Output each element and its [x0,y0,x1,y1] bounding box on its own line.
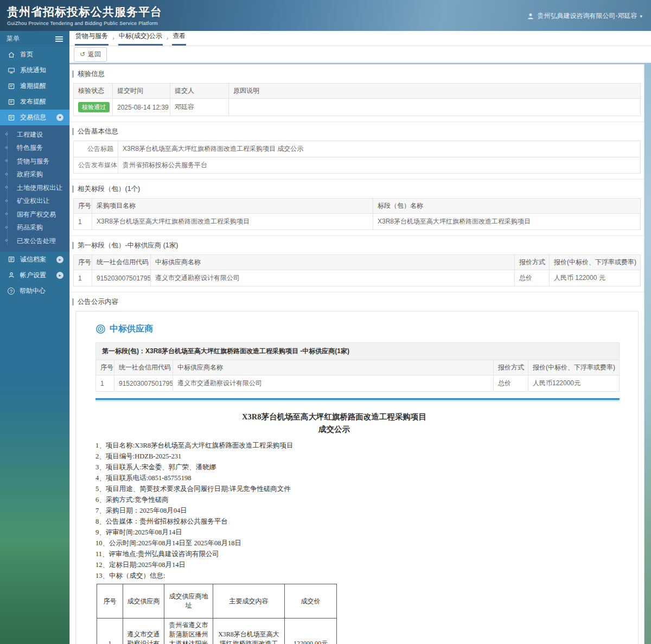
document-icon [8,114,15,122]
winning-supplier-heading: 中标供应商 [95,323,620,335]
doc-paragraph: 5、项目用途、简要技术要求及合同履行日期:详见竞争性磋商文件 [95,483,573,494]
cell-no: 1 [74,270,92,286]
sidebar-item-overdue-reminder[interactable]: 逾期提醒 [0,78,69,94]
diamond-bullet-icon [5,212,8,215]
menu-label: 菜单 [7,34,20,43]
section-title-bar [72,242,74,249]
sidebar-subitem-label: 工程建设 [17,130,43,139]
value-announcement-title: X3R8茅台机场至高大坪红旗桥路面改造工程采购项目 成交公示 [118,141,641,157]
sidebar-item-label: 诚信档案 [20,255,46,264]
column-header: 序号 [96,360,114,375]
column-header: 报价(中标价、下浮率或费率) [550,255,641,270]
section-title-text: 核验信息 [78,69,105,79]
package-bar: 第一标段(包)：X3R8茅台机场至高大坪红旗桥路面改造工程采购项目 -中标供应商… [95,342,620,360]
sidebar-subitem[interactable]: 土地使用权出让 [0,181,69,195]
status-badge: 核验通过 [78,102,110,112]
column-header: 主要成交内容 [213,584,285,619]
section-title: 第一标段（包）-中标供应商 (1家) [72,241,641,250]
diamond-bullet-icon [5,239,8,242]
cell-quote-method: 总价 [494,375,528,392]
column-header: 成交价 [285,584,337,619]
sidebar-item-publish-reminder[interactable]: 发布提醒 [0,94,69,110]
sidebar-subitem[interactable]: 已发公告处理 [0,234,69,248]
section-title-bar [72,71,74,78]
sidebar-subitem[interactable]: 药品采购 [0,221,69,235]
cell-submitter: 邓廷容 [170,99,229,116]
sidebar-subitem[interactable]: 货物与服务 [0,155,69,168]
sidebar-subitem[interactable]: 特色服务 [0,142,69,155]
column-header: 成交供应商 [123,584,164,619]
doc-paragraph: 1、项目名称:X3R8茅台机场至高大坪红旗桥路面改造工程采购项目 [95,440,573,451]
diamond-bullet-icon [5,186,8,189]
cell-credit-code: 915203007501795212 [92,270,151,286]
column-header: 序号 [74,199,92,214]
doc-paragraph: 11、评审地点:贵州弘典建设咨询有限公司 [95,549,573,559]
doc-paragraph: 9、评审时间:2025年08月14日 [95,527,573,538]
sidebar-subitem[interactable]: 工程建设 [0,128,69,142]
table-row: 1 遵义市交通勘察设计有限公司 贵州省遵义市新蒲新区播州大道林达阳光城西区7栋1… [97,619,337,644]
verify-table: 核验状态 提交时间 提交人 原因说明 核验通过 2025-08-14 12:39… [73,83,641,116]
document-paragraphs: 1、项目名称:X3R8茅台机场至高大坪红旗桥路面改造工程采购项目2、项目编号:H… [95,440,573,581]
hamburger-icon[interactable] [55,39,63,40]
sidebar-subitem[interactable]: 国有产权交易 [0,208,69,221]
sidebar-item-label: 发布提醒 [20,97,46,106]
app-header: 贵州省招标投标公共服务平台 GuiZhou Province Tendering… [0,0,651,31]
sidebar-item-help-center[interactable]: ? 帮助中心 [0,283,69,299]
cell-project-name: X3R8茅台机场至高大坪红旗桥路面改造工程采购项目 [92,214,373,230]
table-row: 核验通过 2025-08-14 12:39 邓廷容 [74,99,641,116]
breadcrumb-item-view[interactable]: 查看 [172,29,186,46]
back-button-label: 返回 [88,50,101,59]
sidebar-landscape-image [0,299,69,644]
brand: 贵州省招标投标公共服务平台 GuiZhou Province Tendering… [7,4,162,26]
sidebar-subitem[interactable]: 政府采购 [0,168,69,182]
sidebar-subitem-label: 已发公告处理 [17,237,56,246]
sidebar-item-transaction-info[interactable]: 交易信息 ▾ [0,110,69,125]
page: { "colors": { "accent_blue": "#3e9bd5", … [0,0,651,644]
monitor-icon [8,67,15,74]
section-title-text: 第一标段（包）-中标供应商 (1家) [78,241,178,250]
main-area: 货物与服务 › 中标(成交)公示 › 查看 ↺ 返回 核验信息 核验状态 提交时… [69,31,651,644]
document-title-line1: X3R8茅台机场至高大坪红旗桥路面改造工程采购项目 [95,411,573,423]
announcement-supplier-table: 序号 统一社会信用代码 中标供应商名称 报价方式 报价(中标价、下浮率或费率) … [95,360,620,392]
table-row: 公告标题 X3R8茅台机场至高大坪红旗桥路面改造工程采购项目 成交公示 [74,141,641,157]
sidebar-item-home[interactable]: 首页 [0,47,69,62]
winning-supplier-table: 序号 统一社会信用代码 中标供应商名称 报价方式 报价(中标价、下浮率或费率) … [73,254,641,286]
section-title: 公告基本信息 [72,127,641,136]
sidebar-item-integrity-file[interactable]: 诚信档案 ▸ [0,252,69,267]
section-related-packages: 相关标段（包）(1个) 序号 采购项目名称 标段（包）名称 1 X3R8茅台机场… [70,179,644,230]
chevron-right-circle-icon: ▸ [56,272,63,279]
basic-info-table: 公告标题 X3R8茅台机场至高大坪红旗桥路面改造工程采购项目 成交公示 公告发布… [73,141,641,174]
toolbar: ↺ 返回 [69,46,651,63]
diamond-bullet-icon [5,226,8,229]
sidebar-submenu: 工程建设 特色服务 货物与服务 政府采购 土地使用权出让 [0,125,69,252]
person-icon [8,271,15,279]
sidebar-item-label: 交易信息 [20,113,46,122]
breadcrumb-item-goods-services[interactable]: 货物与服务 [75,29,108,46]
section-title-text: 公告基本信息 [78,127,118,136]
list-icon [8,256,15,263]
sidebar-item-label: 帮助中心 [20,286,46,296]
sidebar-subitem-label: 土地使用权出让 [17,183,62,193]
doc-paragraph: 7、采购日期：2025年08月04日 [95,505,573,516]
section-title-text: 公告公示内容 [78,297,118,307]
sidebar-item-notifications[interactable]: 系统通知 [0,62,69,78]
cell-award-supplier: 遵义市交通勘察设计有限公司 [123,619,164,644]
section-verify-info: 核验信息 核验状态 提交时间 提交人 原因说明 核验通过 2025-08-14 … [70,69,644,116]
table-header-row: 序号 统一社会信用代码 中标供应商名称 报价方式 报价(中标价、下浮率或费率) [96,360,620,375]
sidebar-menu-header[interactable]: 菜单 [0,31,69,47]
sidebar-subitem[interactable]: 矿业权出让 [0,195,69,208]
user-menu[interactable]: 贵州弘典建设咨询有限公司-邓廷容 ▾ [527,11,642,21]
column-header: 中标供应商名称 [151,255,515,270]
sidebar-subitem-label: 货物与服务 [17,157,49,166]
column-header: 统一社会信用代码 [92,255,151,270]
sidebar-item-account-settings[interactable]: 帐户设置 ▸ [0,267,69,283]
back-button[interactable]: ↺ 返回 [74,47,107,62]
table-header-row: 序号 成交供应商 成交供应商地址 主要成交内容 成交价 [97,584,337,619]
cell-no: 1 [74,214,92,230]
column-header: 提交时间 [113,84,170,99]
document-title-line2: 成交公示 [95,423,573,436]
value-publish-media: 贵州省招标投标公共服务平台 [118,157,641,174]
label-publish-media: 公告发布媒体 [74,157,118,174]
doc-paragraph: 2、项目编号:HDZB-2025-231 [95,451,573,462]
breadcrumb-item-award-announcement[interactable]: 中标(成交)公示 [118,29,163,46]
